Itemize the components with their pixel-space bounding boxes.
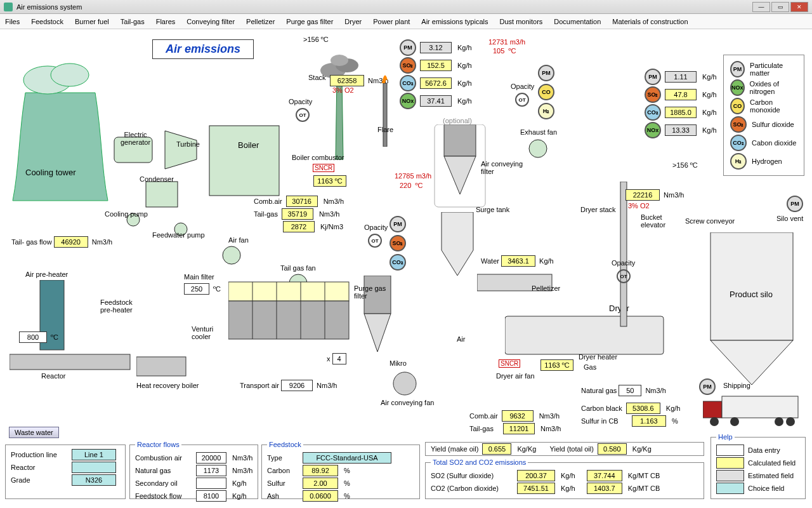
svg-point-40: [730, 417, 739, 426]
ot-icon-4: OT: [617, 269, 631, 283]
transport-air[interactable]: 9206: [281, 380, 313, 391]
rf-feedflow[interactable]: 8100: [196, 490, 226, 502]
svg-point-31: [529, 140, 547, 157]
boiler-tailgas: 35719: [282, 208, 313, 220]
menu-typicals[interactable]: Air emissions typicals: [421, 18, 488, 25]
opacity-label-1: Opacity: [289, 98, 312, 105]
rf-combair[interactable]: 20000: [196, 452, 226, 464]
dryer-natgas[interactable]: 50: [619, 385, 641, 396]
app-icon: [4, 3, 13, 11]
venturi-label: Venturi cooler: [192, 325, 213, 340]
exhaust-fan-label: Exhaust fan: [520, 128, 557, 136]
tailgas-fan-label: Tail gas fan: [280, 264, 316, 272]
yields-panel: Yield (make oil)0.655Kg/Kg Yield (total …: [425, 442, 704, 456]
svg-rect-35: [710, 232, 793, 340]
reactor-temp[interactable]: 800: [19, 331, 47, 343]
boiler-combustor-label: Boiler combustor: [292, 154, 344, 161]
mikro-label: Mikro: [390, 359, 407, 367]
air-fan-icon: [219, 244, 244, 267]
svg-marker-3: [165, 131, 197, 169]
sncr-tag-boiler: SNCR: [313, 164, 334, 172]
svg-marker-28: [444, 156, 476, 194]
turbine-label: Turbine: [176, 140, 200, 148]
rf-natgas[interactable]: 1173: [196, 465, 226, 476]
maximize-button[interactable]: ▭: [771, 2, 789, 12]
truck-icon: [703, 392, 804, 428]
cooling-tower-label: Cooling tower: [25, 168, 76, 177]
feedstock-type[interactable]: FCC-Standard-USA: [303, 452, 391, 464]
air-conv-fan-label: Air conveying fan: [381, 399, 434, 406]
boiler-heat: 2872: [283, 221, 315, 232]
mainfilter-temp[interactable]: 250: [184, 283, 209, 295]
close-button[interactable]: ✕: [790, 2, 808, 12]
shipping-label: Shipping: [723, 382, 750, 389]
sncr-tag-dryer: SNCR: [499, 359, 520, 368]
hrb-icon: [136, 353, 187, 381]
reactor-choice[interactable]: [72, 462, 116, 473]
svg-rect-5: [146, 182, 178, 207]
dryer-heater-label: Dryer heater: [579, 353, 617, 361]
silo-label: Product silo: [730, 290, 773, 299]
feedstock-ash: 0.0600: [303, 490, 338, 502]
svg-point-39: [710, 417, 719, 426]
menu-tailgas[interactable]: Tail-gas: [121, 18, 145, 25]
boiler-temp: 1163 ºC: [313, 175, 346, 187]
menu-pelletizer[interactable]: Pelletizer: [246, 18, 275, 25]
carbon-black: 5308.6: [626, 403, 660, 414]
so2-icon-2: SO₂: [390, 235, 406, 251]
waste-water-button[interactable]: Waste water: [9, 427, 59, 438]
tot-co2: 7451.51: [517, 483, 555, 494]
dryer-top-temp: >156 ºC: [672, 161, 698, 169]
production-line[interactable]: Line 1: [72, 449, 116, 460]
menu-burner[interactable]: Burner fuel: [75, 18, 109, 25]
minimize-button[interactable]: —: [752, 2, 770, 12]
optional-label: (optional): [443, 117, 472, 124]
menu-bar: Files Feedstock Burner fuel Tail-gas Fla…: [0, 14, 812, 29]
svg-rect-4: [209, 126, 279, 196]
exhaust-fan-icon: [525, 137, 551, 160]
menu-dryer[interactable]: Dryer: [344, 18, 362, 25]
grade-choice[interactable]: N326: [72, 474, 116, 486]
flare-icon: [376, 64, 395, 147]
menu-files[interactable]: Files: [5, 18, 20, 25]
svg-rect-27: [444, 124, 476, 156]
pm-icon-3: PM: [538, 65, 554, 81]
silo-icon: [698, 232, 806, 398]
menu-materials[interactable]: Materials of construction: [612, 18, 688, 25]
badge-legend: PMParticulate matter NOxOxides of nitrog…: [723, 55, 804, 176]
air-label: Air: [457, 335, 465, 343]
condenser-label: Condenser: [140, 175, 174, 183]
air-conv-filter-label: Air conveying filter: [481, 160, 523, 175]
menu-convfilter[interactable]: Conveying filter: [187, 18, 235, 25]
window-title: Air emissions system: [16, 3, 82, 11]
mainfilter-mult[interactable]: 4: [332, 353, 346, 364]
menu-purge[interactable]: Purge gas filter: [286, 18, 333, 25]
stack-flow: 62358: [330, 75, 364, 86]
feedstock-sulfur: 2.00: [303, 478, 338, 489]
menu-feedstock[interactable]: Feedstock: [31, 18, 63, 25]
svg-rect-34: [620, 182, 627, 326]
tot-so2-mt: 37.744: [587, 470, 622, 481]
svg-marker-30: [442, 212, 473, 276]
gas-label: Gas: [584, 363, 596, 371]
stack-icon: [320, 51, 358, 166]
menu-power[interactable]: Power plant: [373, 18, 410, 25]
surge-tank-icon: [435, 212, 480, 282]
svg-point-1: [51, 64, 89, 86]
menu-flares[interactable]: Flares: [156, 18, 176, 25]
help-legend: Help Data entry Calculated field Estimat…: [710, 433, 806, 499]
svg-point-42: [786, 417, 795, 426]
menu-dust[interactable]: Dust monitors: [499, 18, 542, 25]
stack-nox: 37.41: [420, 95, 452, 107]
menu-doc[interactable]: Documentation: [554, 18, 601, 25]
dryer-temp: 1163 ºC: [540, 359, 573, 371]
pm-icon: PM: [400, 39, 416, 56]
pelletizer-icon: [477, 271, 553, 296]
feedstock-carbon: 89.92: [303, 465, 338, 476]
yield-makeoil: 0.655: [482, 443, 511, 455]
co2-icon-2: CO₂: [390, 254, 406, 271]
rf-secoil[interactable]: [196, 478, 226, 489]
page-title: Air emissions: [152, 39, 254, 59]
yield-totoil: 0.580: [598, 443, 627, 455]
so2-icon-3: SO₂: [645, 86, 661, 103]
